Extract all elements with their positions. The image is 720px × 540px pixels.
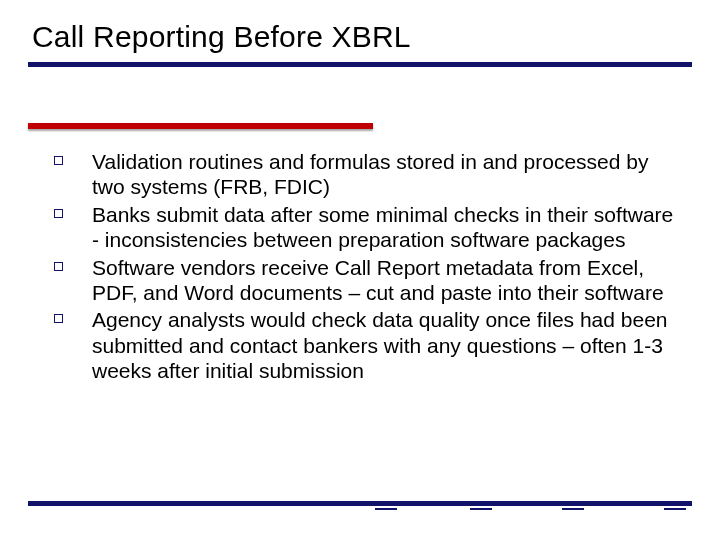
- slide: Call Reporting Before XBRL Validation ro…: [0, 0, 720, 540]
- list-item: Validation routines and formulas stored …: [52, 149, 686, 200]
- square-bullet-icon: [54, 209, 63, 218]
- bullet-text: Validation routines and formulas stored …: [92, 150, 648, 198]
- title-underline: [28, 62, 692, 67]
- footer-rule: [28, 501, 692, 514]
- tick-icon: [375, 508, 397, 510]
- bullet-list: Validation routines and formulas stored …: [52, 149, 686, 384]
- tick-icon: [562, 508, 584, 510]
- accent-bar-wrap: [28, 123, 692, 129]
- bullet-text: Agency analysts would check data quality…: [92, 308, 668, 382]
- square-bullet-icon: [54, 262, 63, 271]
- square-bullet-icon: [54, 156, 63, 165]
- bullet-text: Banks submit data after some minimal che…: [92, 203, 673, 251]
- footer-line: [28, 501, 692, 506]
- accent-bar: [28, 123, 373, 129]
- list-item: Agency analysts would check data quality…: [52, 307, 686, 383]
- list-item: Banks submit data after some minimal che…: [52, 202, 686, 253]
- tick-icon: [664, 508, 686, 510]
- list-item: Software vendors receive Call Report met…: [52, 255, 686, 306]
- square-bullet-icon: [54, 314, 63, 323]
- tick-icon: [470, 508, 492, 510]
- bullet-text: Software vendors receive Call Report met…: [92, 256, 664, 304]
- footer-ticks: [28, 508, 692, 514]
- slide-title: Call Reporting Before XBRL: [32, 20, 692, 54]
